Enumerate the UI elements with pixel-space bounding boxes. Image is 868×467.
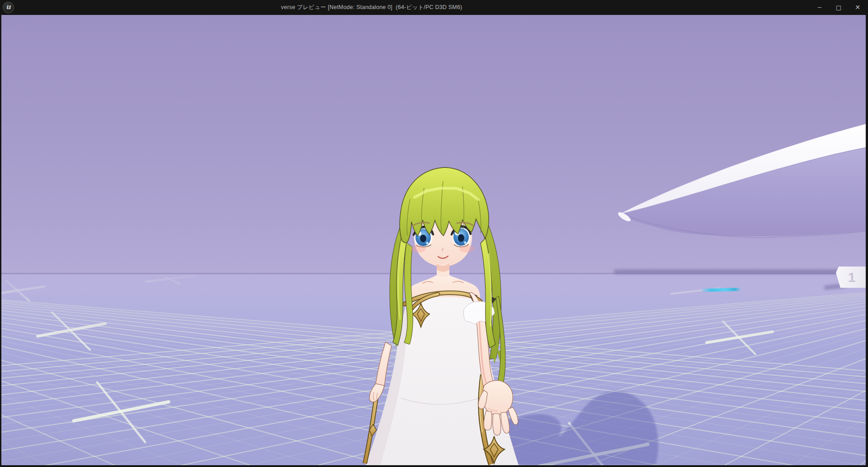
character-bangs [400, 167, 489, 243]
box-label: 1 [848, 270, 856, 285]
numbered-box-prop: 1 [836, 267, 866, 288]
minimize-button[interactable]: ─ [810, 0, 829, 15]
character-right-hand [478, 381, 518, 435]
window-controls: ─ □ ✕ [810, 0, 867, 15]
disc-underside [622, 148, 866, 238]
close-button[interactable]: ✕ [848, 0, 867, 15]
disc-ground-shadow [614, 270, 847, 274]
title-bar[interactable]: u verse プレビュー [NetMode: Standalone 0] (6… [0, 0, 868, 15]
floating-disc [499, 112, 866, 248]
game-viewport[interactable]: 1 [1, 15, 866, 465]
preview-window: u verse プレビュー [NetMode: Standalone 0] (6… [0, 0, 868, 467]
window-title: verse プレビュー [NetMode: Standalone 0] (64-… [0, 0, 743, 15]
maximize-button[interactable]: □ [829, 0, 848, 15]
character [350, 163, 545, 465]
